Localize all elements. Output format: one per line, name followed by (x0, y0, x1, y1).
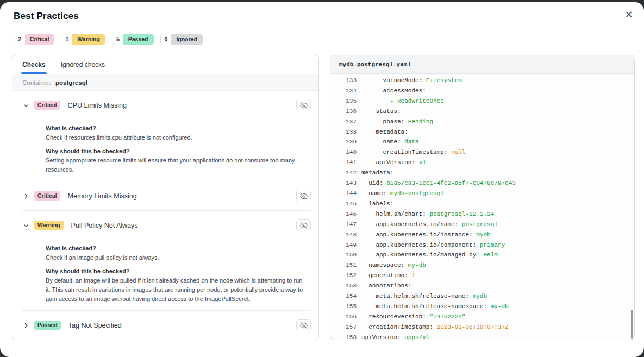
line-number: 152 (330, 271, 357, 281)
code-line: 153 annotations: (330, 281, 634, 291)
line-content: apiVersion: apps/v1 (361, 333, 429, 340)
summary-badge-warning: 1Warning (61, 34, 105, 45)
yaml-value: mydb-postgresql (390, 190, 444, 197)
yaml-key: resourceVersion: (368, 314, 426, 320)
what-heading: What is checked? (46, 245, 308, 252)
code-line: 148 app.kubernetes.io/instance: mydb (330, 230, 634, 240)
code-line: 145 labels: (330, 199, 634, 209)
eye-off-icon (300, 222, 308, 229)
line-content: app.kubernetes.io/name: postgresql (361, 220, 498, 230)
code-line: 142metadata: (330, 168, 634, 178)
yaml-key: apiVersion: (376, 159, 415, 166)
line-content: - ReadWriteOnce (361, 96, 444, 107)
yaml-key: app.kubernetes.io/instance: (376, 231, 472, 238)
code-line: 141 apiVersion: v1 (330, 158, 634, 168)
yaml-code[interactable]: 133 volumeMode: Filesystem134 accessMode… (330, 74, 634, 340)
check-title: Memory Limits Missing (68, 192, 137, 200)
yaml-key: annotations: (368, 283, 411, 289)
check-title: Pull Policy Not Always (71, 222, 138, 229)
check-header[interactable]: PassedTag Not Specified (12, 311, 318, 340)
yaml-key: metadata: (361, 170, 393, 176)
yaml-key: helm.sh/chart: (376, 211, 426, 217)
check-header[interactable]: WarningPull Policy Not Always (12, 211, 318, 240)
check-item: PassedTag Not Specified (12, 311, 318, 340)
yaml-key: volumeMode: (383, 77, 423, 84)
line-content: metadata: (361, 127, 408, 137)
code-line: 149 app.kubernetes.io/component: primary (330, 240, 634, 250)
line-number: 137 (330, 117, 357, 127)
yaml-panel: mydb-postgresql.yaml 133 volumeMode: Fil… (330, 55, 635, 340)
line-content: meta.helm.sh/release-namespace: my-db (361, 302, 509, 312)
yaml-key: app.kubernetes.io/name: (376, 221, 458, 228)
line-number: 144 (330, 189, 357, 199)
eye-off-icon (300, 322, 308, 329)
line-number: 154 (330, 291, 357, 302)
code-line: 144 name: mydb-postgresql (330, 189, 634, 199)
line-content: metadata: (361, 168, 393, 178)
yaml-value: - ReadWriteOnce (390, 98, 444, 104)
line-number: 146 (330, 209, 357, 220)
tab-checks[interactable]: Checks (22, 55, 46, 74)
line-content: uid: b1a57ca3-1ee1-4fe2-a5f7-c0478e797e4… (361, 178, 516, 189)
line-number: 158 (330, 333, 357, 340)
summary-badges: 2Critical1Warning5Passed0Ignored (14, 34, 203, 45)
line-number: 148 (330, 230, 357, 240)
line-number: 157 (330, 322, 357, 333)
ignore-check-button[interactable] (296, 319, 311, 331)
code-line: 147 app.kubernetes.io/name: postgresql (330, 220, 634, 230)
code-line: 154 meta.helm.sh/release-name: mydb (330, 291, 634, 302)
summary-badge-passed: 5Passed (112, 34, 154, 45)
line-content: phase: Pending (361, 117, 433, 127)
line-number: 136 (330, 107, 357, 117)
chevron-right-icon (22, 322, 30, 329)
container-name: postgresql (55, 79, 87, 86)
yaml-value: mydb (476, 231, 490, 238)
line-content: creationTimestamp: null (361, 147, 465, 158)
line-number: 138 (330, 127, 357, 137)
line-number: 156 (330, 312, 357, 322)
severity-badge: Critical (34, 101, 60, 110)
checks-panel: Checks Ignored checks Container: postgre… (12, 55, 319, 340)
line-content: apiVersion: v1 (361, 158, 426, 168)
ignore-check-button[interactable] (296, 190, 311, 202)
yaml-value: null (451, 149, 465, 155)
eye-off-icon (300, 102, 308, 109)
code-line: 143 uid: b1a57ca3-1ee1-4fe2-a5f7-c0478e7… (330, 178, 634, 189)
line-number: 139 (330, 137, 357, 147)
yaml-value: primary (480, 242, 505, 248)
what-text: Check if resources.limits.cpu attribute … (46, 133, 308, 142)
yaml-key: metadata: (376, 129, 408, 135)
badge-label: Warning (72, 34, 105, 45)
code-line: 151 namespace: my-db (330, 260, 634, 271)
code-line: 146 helm.sh/chart: postgresql-12.1.14 (330, 209, 634, 220)
ignore-check-button[interactable] (296, 99, 311, 111)
tab-ignored-checks[interactable]: Ignored checks (61, 55, 105, 74)
yaml-key: phase: (383, 118, 405, 125)
ignore-check-button[interactable] (296, 219, 311, 231)
yaml-key: namespace: (368, 262, 404, 268)
check-details: What is checked?Check if resources.limit… (12, 125, 318, 181)
check-header[interactable]: CriticalCPU Limits Missing (12, 91, 318, 120)
why-text: By default, an image will be pulled if i… (46, 276, 308, 304)
close-icon[interactable]: ✕ (622, 8, 635, 21)
line-content: annotations: (361, 281, 411, 291)
yaml-value: b1a57ca3-1ee1-4fe2-a5f7-c0478e797e43 (386, 180, 516, 186)
what-text: Check if an image pull policy is not alw… (46, 253, 308, 262)
badge-count: 1 (61, 34, 72, 45)
line-number: 141 (330, 158, 357, 168)
what-heading: What is checked? (46, 125, 308, 131)
yaml-filename: mydb-postgresql.yaml (330, 55, 634, 74)
yaml-key: apiVersion: (361, 334, 401, 340)
line-number: 150 (330, 250, 357, 260)
check-details: What is checked?Check if an image pull p… (12, 245, 318, 310)
line-content: helm.sh/chart: postgresql-12.1.14 (361, 209, 494, 220)
yaml-key: meta.helm.sh/release-namespace: (376, 303, 487, 310)
line-number: 149 (330, 240, 357, 250)
badge-label: Critical (25, 34, 54, 45)
check-header[interactable]: CriticalMemory Limits Missing (12, 181, 318, 210)
line-number: 140 (330, 147, 357, 158)
yaml-scrollbar[interactable] (631, 310, 633, 339)
yaml-key: creationTimestamp: (383, 149, 448, 155)
yaml-key: meta.helm.sh/release-name: (376, 293, 469, 299)
code-line: 138 metadata: (330, 127, 634, 137)
